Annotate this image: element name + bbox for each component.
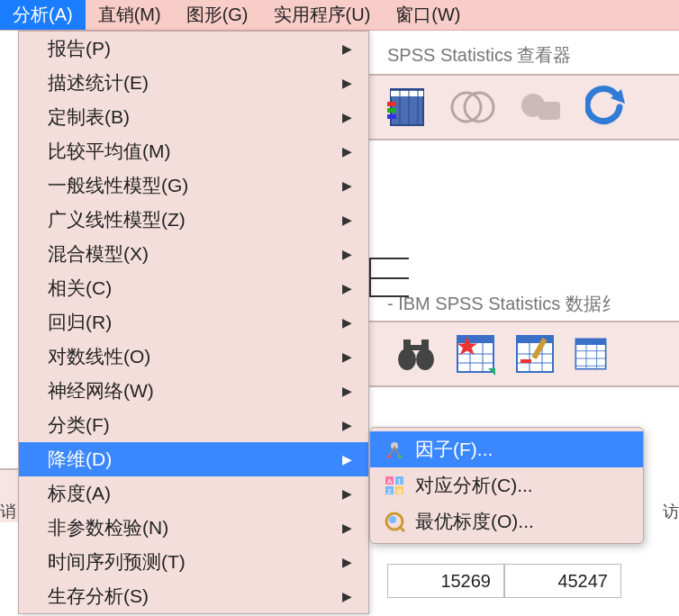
label: 标度(A)	[48, 481, 111, 506]
label: 时间序列预测(T)	[48, 549, 186, 575]
svg-point-42	[387, 455, 391, 458]
svg-rect-17	[411, 345, 421, 350]
svg-rect-16	[421, 340, 429, 352]
table-cell[interactable]: 15269	[387, 564, 504, 598]
svg-text:1: 1	[397, 477, 402, 485]
submenu-arrow-icon: ▶	[342, 178, 352, 193]
grid-star-icon[interactable]	[454, 332, 497, 376]
left-col-fragment: 诮	[0, 501, 16, 522]
svg-point-8	[452, 93, 481, 122]
dimension-reduction-submenu: 因子(F)... A12B 对应分析(C)... 最优标度(O)...	[369, 427, 644, 544]
shapes-icon[interactable]	[517, 86, 566, 129]
menu-analyze[interactable]: 分析(A)	[0, 0, 86, 30]
dataset-toolbar	[369, 321, 679, 387]
menu-compare-means[interactable]: 比较平均值(M)▶	[19, 134, 368, 168]
svg-rect-15	[403, 340, 411, 352]
binoculars-icon[interactable]	[394, 332, 438, 376]
label: 描述统计(E)	[48, 70, 149, 95]
menu-correlate[interactable]: 相关(C)▶	[19, 271, 368, 305]
analyze-dropdown: 报告(P)▶ 描述统计(E)▶ 定制表(B)▶ 比较平均值(M)▶ 一般线性模型…	[18, 31, 369, 614]
menu-generalized-linear-model[interactable]: 广义线性模型(Z)▶	[19, 203, 368, 237]
submenu-arrow-icon: ▶	[342, 315, 352, 330]
menu-direct-marketing[interactable]: 直销(M)	[86, 0, 174, 30]
label: 生存分析(S)	[48, 584, 149, 609]
menu-mixed-models[interactable]: 混合模型(X)▶	[19, 237, 368, 271]
viewer-toolbar	[369, 74, 679, 140]
menu-classify[interactable]: 分类(F)▶	[19, 408, 368, 442]
menu-graphs[interactable]: 图形(G)	[174, 0, 261, 30]
submenu-arrow-icon: ▶	[342, 76, 352, 90]
refresh-icon[interactable]	[585, 86, 625, 129]
menu-window[interactable]: 窗口(W)	[383, 0, 473, 30]
submenu-optimal-scaling[interactable]: 最优标度(O)...	[370, 503, 643, 539]
chart-grid-icon[interactable]	[385, 86, 429, 129]
label: 比较平均值(M)	[48, 139, 170, 164]
submenu-arrow-icon: ▶	[342, 349, 352, 364]
menubar: 分析(A) 直销(M) 图形(G) 实用程序(U) 窗口(W)	[0, 0, 679, 31]
svg-line-54	[400, 527, 404, 531]
menu-descriptive-statistics[interactable]: 描述统计(E)▶	[19, 66, 368, 100]
menu-scale[interactable]: 标度(A)▶	[19, 476, 368, 511]
menu-general-linear-model[interactable]: 一般线性模型(G)▶	[19, 168, 368, 203]
submenu-arrow-icon: ▶	[342, 144, 352, 159]
svg-rect-35	[575, 339, 605, 345]
factor-icon	[383, 438, 406, 461]
svg-rect-7	[387, 114, 396, 119]
submenu-arrow-icon: ▶	[342, 486, 352, 501]
data-table-fragment: 15269 45247	[387, 564, 621, 598]
svg-point-53	[389, 516, 396, 523]
svg-rect-6	[387, 108, 396, 113]
right-col-fragment: 访	[663, 501, 679, 522]
menu-nonparametric-tests[interactable]: 非参数检验(N)▶	[19, 511, 368, 545]
submenu-arrow-icon: ▶	[342, 281, 352, 295]
menu-neural-networks[interactable]: 神经网络(W)▶	[19, 374, 368, 408]
correspondence-icon: A12B	[383, 474, 406, 497]
menu-regression[interactable]: 回归(R)▶	[19, 305, 368, 340]
menu-dimension-reduction[interactable]: 降维(D)▶	[19, 442, 368, 476]
svg-rect-11	[539, 102, 560, 120]
submenu-arrow-icon: ▶	[342, 555, 352, 569]
submenu-arrow-icon: ▶	[342, 213, 352, 227]
menu-survival[interactable]: 生存分析(S)▶	[19, 579, 368, 613]
viewer-window-title: SPSS Statistics 查看器	[387, 38, 679, 73]
label: 定制表(B)	[48, 104, 130, 130]
submenu-arrow-icon: ▶	[342, 418, 352, 432]
svg-point-43	[398, 455, 402, 458]
venn-icon[interactable]	[448, 86, 497, 129]
submenu-arrow-icon: ▶	[342, 384, 352, 398]
dataset-window-title: - IBM SPSS Statistics 数据纟	[387, 292, 679, 316]
menu-utilities[interactable]: 实用程序(U)	[261, 0, 384, 30]
submenu-correspondence[interactable]: A12B 对应分析(C)...	[370, 467, 643, 503]
menu-forecasting[interactable]: 时间序列预测(T)▶	[19, 545, 368, 579]
label: 相关(C)	[48, 276, 112, 301]
label: 混合模型(X)	[48, 241, 149, 267]
label: 一般线性模型(G)	[48, 173, 188, 198]
menu-loglinear[interactable]: 对数线性(O)▶	[19, 340, 368, 374]
submenu-arrow-icon: ▶	[342, 110, 352, 124]
label: 对数线性(O)	[48, 344, 150, 369]
label: 降维(D)	[48, 447, 112, 472]
svg-rect-33	[521, 359, 531, 363]
menu-reports[interactable]: 报告(P)▶	[19, 32, 368, 66]
svg-rect-1	[391, 91, 423, 96]
svg-rect-27	[517, 336, 553, 343]
menu-custom-tables[interactable]: 定制表(B)▶	[19, 100, 368, 134]
submenu-arrow-icon: ▶	[342, 452, 352, 467]
label: 回归(R)	[48, 310, 112, 335]
label: 分类(F)	[48, 412, 110, 438]
label: 因子(F)...	[415, 437, 493, 462]
label: 非参数检验(N)	[48, 515, 168, 540]
label: 最优标度(O)...	[415, 509, 534, 534]
grid-edit-icon[interactable]	[513, 332, 557, 376]
submenu-arrow-icon: ▶	[342, 521, 352, 535]
label: 对应分析(C)...	[415, 473, 533, 498]
submenu-factor[interactable]: 因子(F)...	[370, 431, 643, 467]
submenu-arrow-icon: ▶	[342, 589, 352, 603]
submenu-arrow-icon: ▶	[342, 41, 352, 56]
submenu-arrow-icon: ▶	[342, 247, 352, 261]
optimal-scaling-icon	[383, 510, 406, 533]
grid-plain-icon[interactable]	[573, 332, 609, 376]
svg-rect-5	[387, 102, 396, 106]
label: 广义线性模型(Z)	[48, 207, 186, 232]
table-cell[interactable]: 45247	[504, 564, 621, 598]
